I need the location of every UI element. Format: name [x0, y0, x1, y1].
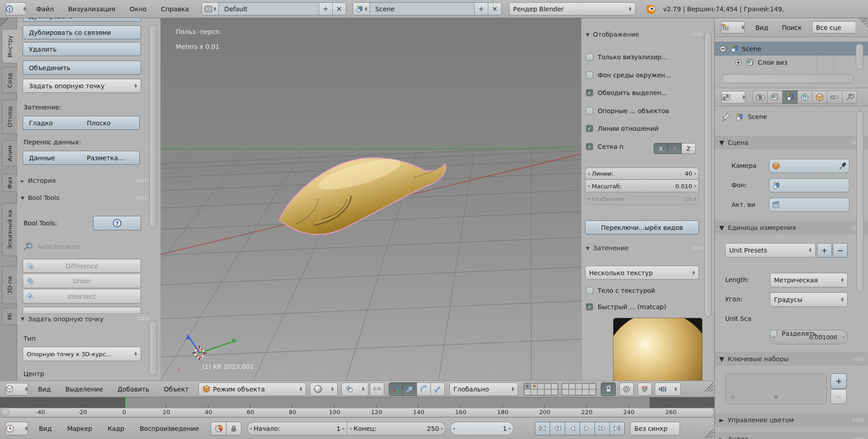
- duplicate-linked-button[interactable]: Дублировать со связями: [23, 25, 141, 39]
- scene-browse-button[interactable]: [353, 3, 370, 15]
- render-engine-dropdown[interactable]: Рендер Blender: [509, 2, 636, 15]
- keyingset-add-button[interactable]: +: [830, 373, 847, 389]
- properties-scrollbar[interactable]: [857, 111, 864, 292]
- shelf-tab-animation[interactable]: Аним: [2, 140, 17, 167]
- audio-panel-header[interactable]: ► Аудио: [715, 432, 868, 439]
- current-frame-field[interactable]: ◂1▸: [450, 422, 514, 435]
- screen-layout-browse-button[interactable]: [202, 3, 219, 15]
- tab-constraints[interactable]: [827, 91, 842, 104]
- outliner-filter-dropdown[interactable]: Все сце: [812, 21, 855, 33]
- shelf-tab-physics[interactable]: Физ: [2, 174, 17, 192]
- shading-mode-dropdown[interactable]: Несколько текстур: [585, 266, 699, 280]
- scene-panel-header[interactable]: ▼ Сцена: [715, 136, 868, 149]
- display-checkbox[interactable]: ✓: [586, 125, 593, 132]
- shelf-tab-misc[interactable]: Mi: [2, 308, 17, 325]
- view3d-menu-add[interactable]: Добавить: [118, 386, 149, 393]
- delete-button[interactable]: Удалить: [23, 42, 141, 56]
- textured-solid-checkbox[interactable]: [586, 287, 593, 294]
- editor-type-outliner-button[interactable]: [721, 21, 745, 33]
- panel-grip[interactable]: [852, 437, 864, 439]
- outliner-menu-search[interactable]: Поиск: [782, 24, 802, 31]
- panel-grip[interactable]: [691, 33, 703, 37]
- shelf-tab-tools[interactable]: Инстру: [2, 29, 17, 63]
- unit-presets-dropdown[interactable]: Unit Presets: [725, 243, 816, 258]
- shading-panel-header[interactable]: ▼ Затенение: [586, 244, 703, 252]
- menu-window[interactable]: Окно: [130, 5, 146, 13]
- expand-icon[interactable]: ⊕: [730, 393, 736, 401]
- expand-icon[interactable]: [735, 59, 742, 66]
- panel-grip[interactable]: [852, 357, 864, 361]
- timeline-menu-frame[interactable]: Кадр: [108, 425, 124, 432]
- tab-render-layers[interactable]: [768, 91, 783, 104]
- ruler-scroll-cap-left[interactable]: [1, 409, 9, 416]
- editor-type-info-button[interactable]: i: [5, 2, 26, 15]
- next-keyframe-button[interactable]: [594, 422, 610, 435]
- scene-delete-button[interactable]: ✕: [488, 3, 501, 15]
- snap-element-dropdown[interactable]: [655, 382, 681, 396]
- grid-axis-x-toggle[interactable]: X: [654, 143, 668, 154]
- panel-grip[interactable]: [137, 317, 149, 321]
- viewport-3d[interactable]: Польз.-персп. Meters x 0.01 z y x (1) KR…: [160, 18, 714, 381]
- manipulator-scale-button[interactable]: [431, 382, 445, 396]
- history-panel-header[interactable]: ► История: [21, 177, 147, 184]
- outliner-item-renderlayers[interactable]: Слои виз: [715, 56, 868, 69]
- shelf-tab-relations[interactable]: Отнош: [2, 100, 17, 134]
- length-dropdown[interactable]: Метрическая: [770, 273, 848, 287]
- transfer-layout-button[interactable]: Разметка...: [81, 151, 140, 165]
- unit-preset-add-button[interactable]: +: [817, 243, 832, 258]
- proportional-edit-button[interactable]: [619, 382, 634, 396]
- shelf-tab-3dprint[interactable]: 3D-пе: [2, 266, 17, 304]
- background-set-field[interactable]: [769, 178, 849, 192]
- shelf-tab-greasepencil[interactable]: Эскизный ка: [2, 203, 17, 256]
- grid-scale-slider[interactable]: ◂Масштаб: 0.010▸: [585, 180, 699, 192]
- operator-panel-scrollbar[interactable]: [149, 320, 157, 376]
- jump-to-end-button[interactable]: [609, 422, 625, 435]
- separate-units-checkbox[interactable]: [770, 330, 777, 337]
- outliner-menu-view[interactable]: Вид: [755, 24, 768, 31]
- matcap-preview[interactable]: [613, 318, 703, 381]
- timeline-ruler-scrollbar[interactable]: -40-200204060801001201401601802002202402…: [0, 408, 714, 417]
- layers-block-1[interactable]: [524, 383, 558, 396]
- editor-type-timeline-button[interactable]: [5, 422, 28, 435]
- frame-end-field[interactable]: ◂Конец: 250▸: [347, 422, 446, 435]
- fish-model[interactable]: [279, 153, 446, 234]
- view3d-menu-object[interactable]: Объект: [164, 386, 189, 393]
- shelf-tab-create[interactable]: Созд: [2, 67, 17, 93]
- tab-object[interactable]: [812, 91, 827, 104]
- transform-orientation-dropdown[interactable]: Глобально: [449, 382, 518, 396]
- booltools-help-button[interactable]: ?: [93, 216, 141, 230]
- grid-axis-z-toggle[interactable]: Z: [682, 143, 696, 154]
- timeline-band[interactable]: [0, 397, 714, 408]
- viewport-shading-dropdown[interactable]: [310, 382, 338, 396]
- manipulator-translate-button[interactable]: [403, 382, 417, 396]
- keyingset-remove-button[interactable]: −: [830, 389, 847, 404]
- camera-field[interactable]: [769, 159, 849, 173]
- keyinglock-button[interactable]: [226, 422, 241, 435]
- transfer-data-button[interactable]: Данные: [23, 151, 81, 165]
- interaction-mode-dropdown[interactable]: Режим объекта: [198, 382, 306, 396]
- boolean-difference-button[interactable]: Difference: [23, 259, 141, 273]
- matcap-checkbox[interactable]: ✓: [586, 303, 593, 310]
- panel-grip[interactable]: [136, 179, 147, 183]
- grid-lines-slider[interactable]: ◂Линии: 40▸: [585, 167, 699, 180]
- outliner-hscrollbar[interactable]: [722, 74, 854, 83]
- shade-smooth-button[interactable]: Гладко: [23, 116, 81, 130]
- origin-type-dropdown[interactable]: Опорную точку к 3D-курс...: [23, 347, 141, 361]
- menu-file[interactable]: Файл: [36, 5, 54, 13]
- manipulator-rotate-button[interactable]: [417, 382, 431, 396]
- display-checkbox[interactable]: [586, 107, 593, 115]
- toolshelf-scrollbar[interactable]: [149, 24, 157, 228]
- booltools-panel-header[interactable]: ▼ Bool Tools: [21, 194, 147, 201]
- collapse-icon[interactable]: [719, 45, 726, 52]
- units-panel-header[interactable]: ▼ Единицы измерения: [715, 221, 868, 234]
- colormanagement-panel-header[interactable]: ► Управление цветом: [715, 413, 868, 427]
- panel-grip[interactable]: [852, 418, 864, 422]
- display-checkbox[interactable]: [586, 72, 593, 79]
- jump-to-start-button[interactable]: [535, 422, 550, 435]
- display-panel-header[interactable]: ▼ Отображение: [586, 31, 703, 38]
- editor-type-3dview-button[interactable]: [5, 383, 28, 396]
- npanel-scrollbar[interactable]: [704, 32, 712, 317]
- boolean-union-button[interactable]: Union: [23, 274, 141, 288]
- scene-name-field[interactable]: Scene: [370, 3, 474, 15]
- manipulator-toggle[interactable]: [389, 382, 403, 396]
